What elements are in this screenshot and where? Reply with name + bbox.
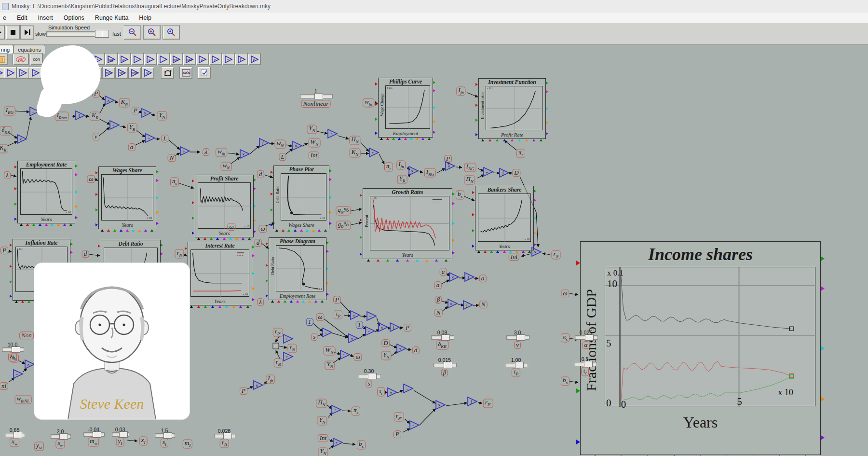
variable-node[interactable]: a (479, 275, 487, 282)
menu-item-e[interactable]: e (3, 14, 6, 21)
variable-node[interactable]: YR (397, 175, 407, 184)
zoom-in-button[interactable] (143, 25, 161, 40)
zoom-reset-button[interactable] (163, 25, 180, 40)
variable-node[interactable]: ω (316, 313, 324, 321)
variable-node[interactable]: ω (87, 175, 95, 183)
variable-node[interactable]: πr (516, 149, 525, 158)
op-button-exp[interactable]: eˣ (16, 67, 29, 79)
slider-handle[interactable] (14, 432, 22, 438)
slider-handle[interactable] (93, 431, 101, 438)
op-node-÷[interactable]: ÷ (109, 120, 121, 132)
slider-handle[interactable] (12, 346, 20, 353)
variable-node[interactable]: bs (561, 376, 570, 386)
slider-handle[interactable] (515, 362, 524, 368)
variable-node[interactable]: KN (350, 148, 361, 157)
op-node-÷[interactable]: ÷ (332, 437, 344, 450)
op-node-×[interactable]: × (16, 134, 28, 146)
simulation-speed-handle[interactable] (95, 30, 102, 38)
op-node-∫[interactable]: ∫ (462, 300, 474, 312)
variable-node[interactable]: D (381, 339, 390, 347)
slider-handle[interactable] (314, 93, 323, 99)
variable-node[interactable]: gN% (336, 206, 351, 215)
slider-handle[interactable] (59, 433, 68, 440)
op-node-÷[interactable]: ÷ (368, 147, 380, 160)
op-node-÷[interactable]: ÷ (350, 310, 361, 322)
variable-node[interactable]: s (311, 333, 317, 341)
op-node-∫[interactable]: ∫ (467, 396, 478, 409)
menu-item-insert[interactable]: Insert (38, 14, 53, 21)
notes-button[interactable] (198, 67, 211, 79)
op-button-<[interactable]: < (131, 53, 144, 65)
op-node-−[interactable]: − (13, 369, 24, 381)
slider-variable-label[interactable]: α (583, 341, 590, 349)
play-button[interactable] (0, 25, 5, 40)
variable-node[interactable]: τr (377, 387, 385, 396)
plot-button[interactable] (179, 67, 192, 79)
plot-phase-diagram[interactable]: Phase Diagramx 0.1Debt RatioEmployment R… (269, 237, 326, 300)
op-node-+[interactable]: + (283, 351, 294, 364)
op-button-min[interactable]: min (170, 53, 183, 65)
op-node-×[interactable]: × (408, 166, 420, 178)
variable-node[interactable]: rN (175, 249, 184, 258)
op-button-Γ[interactable]: Γ (235, 53, 248, 65)
variable-node[interactable]: a (434, 281, 442, 289)
variable-node[interactable]: nl (0, 382, 8, 390)
variable-node[interactable]: YN (157, 111, 167, 120)
variable-node[interactable]: N (168, 154, 176, 162)
variable-node[interactable]: wN (221, 162, 232, 171)
menu-item-options[interactable]: Options (64, 14, 84, 21)
op-node-×[interactable]: × (448, 272, 460, 284)
slider-variable-label[interactable]: δKR (436, 340, 448, 349)
slider-variable-label[interactable]: sw (55, 439, 65, 448)
variable-node[interactable]: YN (325, 360, 335, 370)
variable-node[interactable]: wfn (216, 148, 227, 157)
op-button-log[interactable]: log (105, 53, 118, 65)
variable-node[interactable]: KR (90, 111, 100, 121)
op-button-tan[interactable]: tan (102, 67, 115, 79)
plot-employment-rate[interactable]: Employment Ratex 10Years (17, 161, 75, 223)
variable-node[interactable]: IRG (424, 168, 436, 177)
op-node-×[interactable]: × (378, 322, 389, 334)
op-node-−[interactable]: − (322, 327, 333, 340)
variable-node[interactable]: d (255, 239, 262, 247)
simulation-speed-handle2[interactable] (102, 30, 109, 38)
variable-node[interactable]: πr (384, 162, 393, 171)
op-node-×[interactable]: × (239, 149, 251, 161)
slider-variable-label[interactable]: τr (581, 367, 589, 376)
variable-node[interactable]: rN (551, 250, 560, 259)
op-button-∨[interactable]: ∨ (209, 53, 222, 65)
op-node-∫[interactable]: ∫ (75, 110, 86, 123)
op-node-+[interactable]: + (283, 333, 294, 346)
op-button-∂[interactable]: ∂ (248, 53, 261, 65)
variable-node[interactable]: L (161, 135, 168, 142)
variable-node[interactable]: P (393, 430, 401, 438)
variable-node[interactable]: ω (353, 353, 362, 361)
variable-node[interactable]: wfnNL (15, 395, 32, 404)
step-button[interactable] (20, 25, 34, 40)
variable-node[interactable]: bs (357, 440, 366, 449)
slider-variable-label[interactable]: λS (8, 352, 17, 361)
variable-node[interactable]: δKR (0, 126, 12, 135)
constant-node[interactable]: 1 (356, 321, 363, 329)
variable-node[interactable]: Int (509, 253, 519, 261)
op-node-∫[interactable]: ∫ (499, 167, 510, 180)
op-node-−[interactable]: − (403, 383, 414, 396)
variable-node[interactable]: β (435, 296, 442, 304)
stop-button[interactable] (6, 25, 20, 40)
slider-variable-label[interactable]: sI (161, 438, 168, 447)
menu-item-edit[interactable]: Edit (17, 14, 27, 21)
tab-equations[interactable]: equations (14, 45, 45, 54)
op-node-s[interactable]: s (253, 380, 264, 392)
op-button-sin[interactable]: sin (115, 67, 128, 79)
op-node-÷[interactable]: ÷ (327, 128, 339, 141)
variable-node[interactable]: YN (381, 351, 391, 360)
plot-phillips-curve[interactable]: Phillips Curvex 0.1Wage ChangeEmployment (378, 78, 433, 138)
plot-interest-rate[interactable]: Interest Ratex 10Years (188, 242, 252, 305)
plot-profit-share[interactable]: Profit Sharex 10Years (195, 175, 254, 237)
constant-node[interactable]: 1 (306, 318, 313, 326)
op-node-×[interactable]: × (141, 108, 152, 120)
op-button-ln[interactable]: ln (29, 67, 42, 79)
group-button[interactable] (161, 67, 174, 79)
slider-handle[interactable] (441, 334, 450, 341)
op-node-∫[interactable]: ∫ (389, 322, 401, 334)
